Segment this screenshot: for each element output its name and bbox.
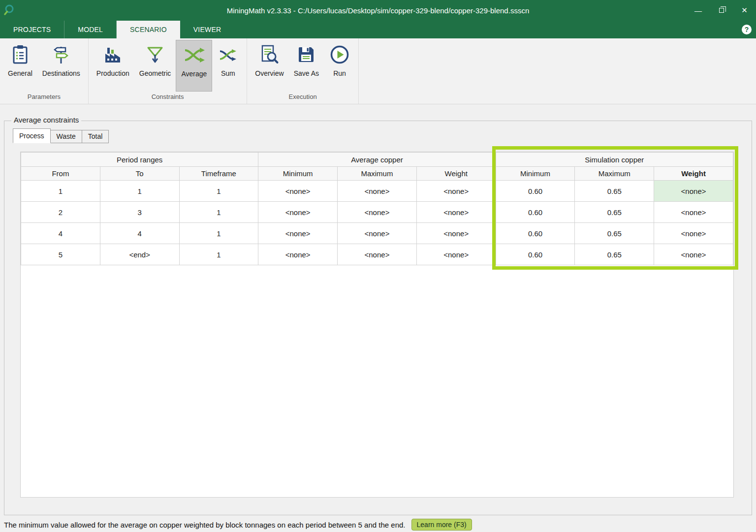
constraint-tabs: Process Waste Total: [13, 128, 109, 143]
minimize-icon: —: [694, 6, 702, 15]
table-cell[interactable]: 1: [179, 223, 258, 244]
average-button[interactable]: Average: [176, 40, 212, 92]
geometric-label: Geometric: [139, 69, 171, 77]
table-cell[interactable]: 5: [21, 244, 100, 265]
run-button[interactable]: Run: [324, 40, 355, 92]
group-label-constraints: Constraints: [89, 92, 247, 104]
table-cell[interactable]: 1: [179, 181, 258, 202]
menu-tab-viewer[interactable]: VIEWER: [180, 21, 234, 38]
run-label: Run: [333, 69, 346, 77]
group-header-simulation-copper: Simulation copper: [496, 153, 733, 167]
average-constraints-panel: Average constraints Process Waste Total …: [4, 121, 752, 515]
table-cell[interactable]: 4: [21, 223, 100, 244]
table-cell[interactable]: 0.60: [496, 181, 575, 202]
overview-label: Overview: [255, 69, 284, 77]
table-cell[interactable]: <none>: [416, 223, 496, 244]
overview-button[interactable]: Overview: [250, 40, 288, 92]
table-cell[interactable]: <end>: [100, 244, 179, 265]
ribbon-group-execution: Overview Save As Run Execution: [247, 38, 359, 104]
col-header-to: To: [100, 167, 179, 181]
clipboard-icon: [9, 44, 31, 65]
table-cell[interactable]: 0.60: [496, 244, 575, 265]
menu-tab-model[interactable]: MODEL: [64, 21, 117, 38]
factory-icon: [102, 44, 124, 65]
floppy-disk-icon: [295, 44, 317, 65]
table-cell[interactable]: <none>: [338, 181, 417, 202]
close-button[interactable]: ✕: [733, 0, 756, 21]
table-cell[interactable]: <none>: [338, 202, 417, 223]
app-window: MiningMath v2.3.33 - C:/Users/lucas/Desk…: [0, 0, 756, 532]
table-cell[interactable]: 4: [100, 223, 179, 244]
table-row: 4 4 1 <none> <none> <none> 0.60 0.65 <no…: [21, 223, 733, 244]
production-button[interactable]: Production: [92, 40, 134, 92]
tab-total[interactable]: Total: [82, 130, 109, 143]
table-cell[interactable]: <none>: [416, 202, 496, 223]
ribbon: General Destinations Parameters Producti…: [0, 38, 756, 104]
col-header-avg-maximum: Maximum: [338, 167, 417, 181]
group-label-parameters: Parameters: [0, 92, 88, 104]
table-cell[interactable]: <none>: [654, 244, 733, 265]
table-cell[interactable]: <none>: [258, 223, 338, 244]
group-header-period-ranges: Period ranges: [21, 153, 258, 167]
ribbon-group-constraints: Production Geometric Average: [89, 38, 247, 104]
menu-tab-projects[interactable]: PROJECTS: [0, 21, 64, 38]
table-cell[interactable]: 1: [100, 181, 179, 202]
geometric-button[interactable]: Geometric: [134, 40, 176, 92]
titlebar: MiningMath v2.3.33 - C:/Users/lucas/Desk…: [0, 0, 756, 21]
play-circle-icon: [329, 44, 350, 65]
minimize-button[interactable]: —: [687, 0, 710, 21]
table-cell[interactable]: <none>: [258, 181, 338, 202]
selected-table-cell[interactable]: <none>: [654, 181, 733, 202]
ribbon-group-parameters: General Destinations Parameters: [0, 38, 89, 104]
status-message: The minimum value allowed for the averag…: [4, 521, 406, 529]
table-cell[interactable]: <none>: [416, 181, 496, 202]
app-logo-icon: [4, 4, 17, 17]
table-row: 5 <end> 1 <none> <none> <none> 0.60 0.65…: [21, 244, 733, 265]
table-row: 2 3 1 <none> <none> <none> 0.60 0.65 <no…: [21, 202, 733, 223]
signpost-icon: [50, 44, 72, 65]
table-cell[interactable]: 0.65: [575, 223, 654, 244]
tab-process[interactable]: Process: [13, 128, 51, 143]
window-controls: — ✕: [687, 0, 756, 21]
maximize-button[interactable]: [710, 0, 733, 21]
save-as-button[interactable]: Save As: [289, 40, 324, 92]
table-cell[interactable]: <none>: [258, 244, 338, 265]
help-icon[interactable]: ?: [742, 25, 752, 34]
col-header-sim-weight: Weight: [654, 167, 733, 181]
table-cell[interactable]: <none>: [654, 202, 733, 223]
table-cell[interactable]: <none>: [338, 244, 417, 265]
table-cell[interactable]: 0.65: [575, 202, 654, 223]
table-cell[interactable]: 1: [21, 181, 100, 202]
group-header-average-copper: Average copper: [258, 153, 496, 167]
group-label-execution: Execution: [247, 92, 358, 104]
table-cell[interactable]: <none>: [654, 223, 733, 244]
col-header-from: From: [21, 167, 100, 181]
average-label: Average: [181, 70, 207, 78]
menu-tab-scenario[interactable]: SCENARIO: [117, 21, 180, 38]
table-cell[interactable]: 0.65: [575, 181, 654, 202]
save-as-label: Save As: [294, 69, 319, 77]
table-cell[interactable]: <none>: [416, 244, 496, 265]
table-cell[interactable]: 0.65: [575, 244, 654, 265]
table-cell[interactable]: 1: [179, 244, 258, 265]
general-label: General: [8, 69, 32, 77]
table-cell[interactable]: 1: [179, 202, 258, 223]
table-row: 1 1 1 <none> <none> <none> 0.60 0.65 <no…: [21, 181, 733, 202]
destinations-button[interactable]: Destinations: [37, 40, 85, 92]
learn-more-button[interactable]: Learn more (F3): [411, 519, 472, 531]
table-cell[interactable]: <none>: [258, 202, 338, 223]
sum-arrows-icon: [217, 44, 239, 65]
document-magnifier-icon: [258, 44, 280, 65]
col-header-sim-minimum: Minimum: [496, 167, 575, 181]
table-cell[interactable]: 3: [100, 202, 179, 223]
table-cell[interactable]: 0.60: [496, 223, 575, 244]
tab-waste[interactable]: Waste: [51, 130, 82, 143]
table-cell[interactable]: 0.60: [496, 202, 575, 223]
general-button[interactable]: General: [3, 40, 37, 92]
production-label: Production: [96, 69, 129, 77]
close-icon: ✕: [741, 6, 748, 15]
sum-button[interactable]: Sum: [212, 40, 244, 92]
table-cell[interactable]: 2: [21, 202, 100, 223]
table-cell[interactable]: <none>: [338, 223, 417, 244]
destinations-label: Destinations: [42, 69, 80, 77]
